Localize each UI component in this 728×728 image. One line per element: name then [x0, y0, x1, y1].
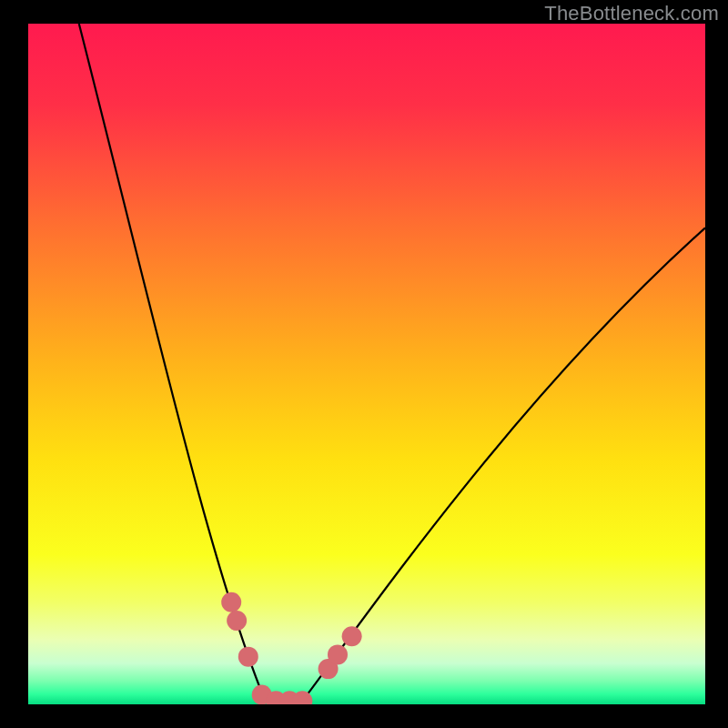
- curve-marker: [238, 647, 258, 667]
- chart-svg: [28, 24, 705, 704]
- curve-marker: [227, 611, 247, 631]
- curve-marker: [342, 626, 362, 646]
- frame: TheBottleneck.com: [0, 0, 728, 728]
- curve-marker: [221, 592, 241, 612]
- watermark-text: TheBottleneck.com: [544, 2, 719, 25]
- plot-area: [28, 24, 705, 704]
- gradient-background: [28, 24, 705, 704]
- curve-marker: [328, 644, 348, 664]
